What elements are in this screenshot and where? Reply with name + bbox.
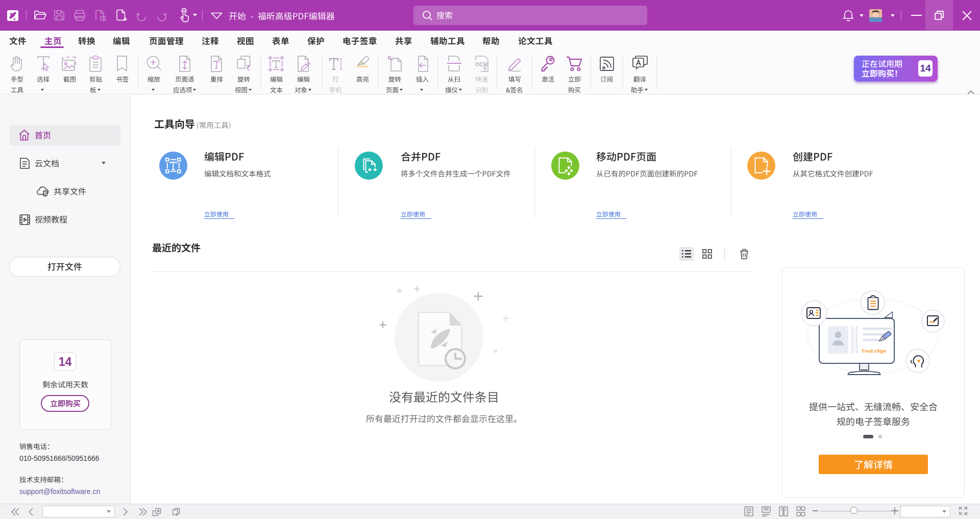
svg-text:Foxit eSign: Foxit eSign xyxy=(861,348,887,354)
svg-text:OCR: OCR xyxy=(475,61,488,67)
